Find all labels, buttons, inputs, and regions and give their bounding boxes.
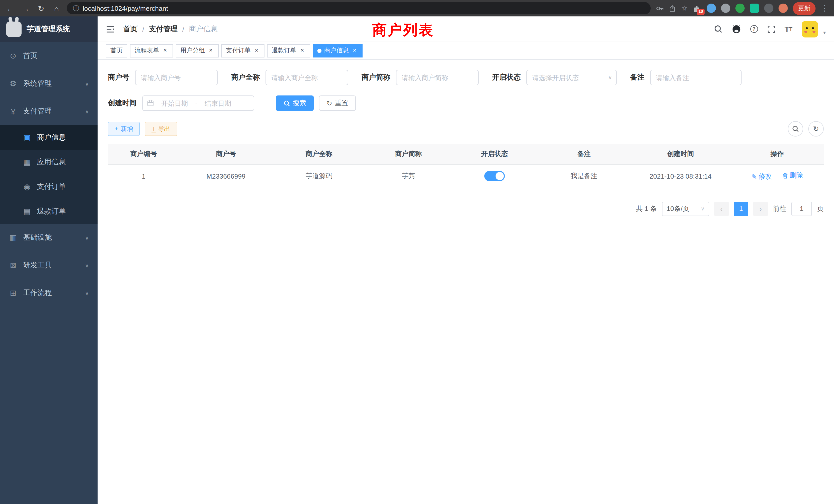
tab-user-group[interactable]: 用户分组 × [176,44,219,57]
app-logo[interactable]: 芋道管理系统 [0,17,97,42]
goto-page-input[interactable] [791,202,812,216]
tab-home[interactable]: 首页 [106,44,127,57]
tab-refund-order[interactable]: 退款订单 × [267,44,310,57]
add-button[interactable]: + 新增 [108,122,140,136]
calendar-icon [147,99,154,107]
site-info-icon[interactable]: ⓘ [73,4,79,13]
col-merchant-no: 商户号 [179,144,272,164]
sidebar-item-payment-management[interactable]: ¥ 支付管理 ∧ [0,97,97,125]
sidebar-item-label: 研发工具 [23,261,52,270]
document-icon: ▤ [23,207,31,216]
sidebar-item-merchant-info[interactable]: ▣ 商户信息 [0,125,97,150]
page-1-button[interactable]: 1 [734,202,748,216]
page-size-value: 10条/页 [666,204,689,213]
github-icon[interactable] [731,24,741,33]
sidebar-item-system-management[interactable]: ⚙ 系统管理 ∨ [0,70,97,97]
sidebar-item-app-info[interactable]: ▦ 应用信息 [0,150,97,175]
bookmark-star-icon[interactable]: ☆ [681,5,688,12]
merchant-no-input[interactable] [135,70,218,85]
chevron-down-icon: ∨ [85,235,89,240]
extension-badge: 10 [697,8,705,15]
refresh-icon: ↻ [813,125,819,133]
tab-label: 用户分组 [180,46,205,55]
breadcrumb-payment[interactable]: 支付管理 [149,24,178,33]
sidebar-item-label: 系统管理 [23,79,52,88]
logo-rabbit-avatar [6,22,22,37]
browser-actions: ☆ 10 更新 ⋮ [656,2,829,15]
extension-icon[interactable] [778,4,788,13]
password-key-icon[interactable] [656,4,664,12]
end-date-input[interactable] [199,99,237,107]
sidebar-item-home[interactable]: ⊙ 首页 [0,42,97,70]
search-icon[interactable] [714,25,722,33]
date-separator: - [195,99,197,107]
extension-icon[interactable] [721,4,730,13]
extension-icon[interactable] [764,4,773,13]
status-select[interactable] [526,70,617,85]
refresh-table-button[interactable]: ↻ [808,121,824,137]
sidebar-collapse-icon[interactable] [106,25,115,33]
close-icon[interactable]: × [253,47,260,54]
remark-input[interactable] [650,70,742,85]
cell-remark: 我是备注 [537,164,630,188]
grid-icon: ▦ [23,158,31,167]
merchant-no-label: 商户号 [108,73,129,82]
browser-reload-icon[interactable]: ↻ [36,4,46,12]
reset-button[interactable]: ↻ 重置 [319,95,356,111]
browser-home-icon[interactable]: ⌂ [51,4,62,12]
extension-icon[interactable] [736,4,745,13]
prev-page-button[interactable]: ‹ [714,202,729,216]
toggle-search-button[interactable] [788,121,803,137]
start-date-input[interactable] [156,99,193,107]
plus-icon: + [114,125,118,132]
chevron-down-icon: ∨ [85,262,89,268]
sidebar-item-refund-order[interactable]: ▤ 退款订单 [0,199,97,224]
short-name-input[interactable] [396,70,479,85]
extension-icon[interactable] [707,4,716,13]
breadcrumb-current: 商户信息 [189,24,218,33]
date-range-picker[interactable]: - [142,95,254,111]
share-icon[interactable] [669,4,676,12]
extensions-puzzle-icon[interactable]: 10 [693,4,702,13]
status-toggle[interactable] [484,171,505,181]
edit-link-label: 修改 [759,172,772,181]
export-button-label: 导出 [158,124,170,133]
browser-menu-icon[interactable]: ⋮ [821,4,829,12]
sidebar-item-label: 支付管理 [23,107,52,116]
full-name-label: 商户全称 [231,73,260,82]
delete-link[interactable]: 删除 [782,171,803,180]
sidebar-item-workflow[interactable]: ⊞ 工作流程 ∨ [0,279,97,307]
sidebar: 芋道管理系统 ⊙ 首页 ⚙ 系统管理 ∨ ¥ 支付管理 ∧ [0,17,97,504]
full-name-input[interactable] [265,70,348,85]
search-form: 商户号 商户全称 商户简称 开启状态 [108,70,824,111]
user-avatar[interactable] [802,21,818,37]
address-bar[interactable]: ⓘ localhost:1024/pay/merchant [67,2,651,14]
page-size-select[interactable]: 10条/页 ∨ [662,202,709,216]
help-icon[interactable]: ? [750,25,758,33]
next-page-button[interactable]: › [753,202,768,216]
tab-process-form[interactable]: 流程表单 × [130,44,173,57]
close-icon[interactable]: × [162,47,169,54]
sidebar-item-payment-order[interactable]: ◉ 支付订单 [0,175,97,199]
close-icon[interactable]: × [351,47,358,54]
font-size-icon[interactable]: TT [785,25,792,33]
tab-merchant-info[interactable]: 商户信息 × [313,44,363,57]
extension-icon[interactable] [750,4,759,13]
sidebar-item-dev-tools[interactable]: ⊠ 研发工具 ∨ [0,251,97,279]
tab-payment-order[interactable]: 支付订单 × [221,44,264,57]
short-name-label: 商户简称 [361,73,390,82]
close-icon[interactable]: × [207,47,214,54]
sidebar-item-infrastructure[interactable]: ▥ 基础设施 ∨ [0,224,97,251]
avatar-caret-down-icon[interactable]: ▾ [823,29,826,37]
close-icon[interactable]: × [299,47,306,54]
browser-update-button[interactable]: 更新 [793,2,815,15]
search-button[interactable]: 搜索 [276,95,314,111]
fullscreen-icon[interactable] [767,25,775,33]
col-remark: 备注 [537,144,630,164]
browser-forward-icon[interactable]: → [21,4,31,12]
edit-link[interactable]: ✎ 修改 [751,172,772,181]
breadcrumb-home[interactable]: 首页 [123,24,138,33]
browser-back-icon[interactable]: ← [5,4,16,12]
page-content: 商户号 商户全称 商户简称 开启状态 [97,60,834,504]
export-button[interactable]: ↓ 导出 [145,122,177,136]
